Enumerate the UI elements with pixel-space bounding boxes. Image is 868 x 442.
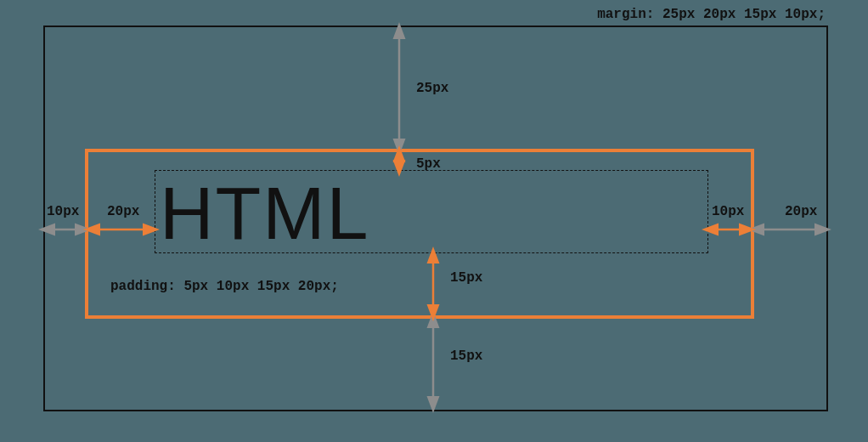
arrows-layer <box>0 0 868 442</box>
